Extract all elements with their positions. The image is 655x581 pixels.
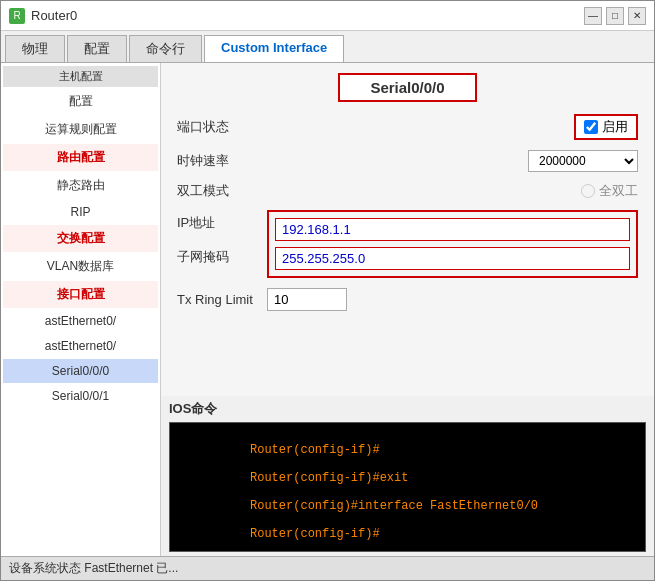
port-status-label: 端口状态 (177, 118, 257, 136)
interface-title-area: Serial0/0/0 (177, 73, 638, 102)
duplex-label: 双工模式 (177, 182, 257, 200)
sidebar-item-switch-config[interactable]: 交换配置 (3, 225, 158, 252)
tx-ring-input[interactable] (267, 288, 347, 311)
app-icon: R (9, 8, 25, 24)
sidebar-item-fastethernet0[interactable]: astEthernet0/ (3, 309, 158, 333)
tab-bar: 物理 配置 命令行 Custom Interface (1, 31, 654, 63)
ip-label: IP地址 (177, 214, 257, 232)
duplex-radio-label: 全双工 (581, 182, 638, 200)
duplex-value: 全双工 (267, 182, 638, 200)
sidebar-item-static-route[interactable]: 静态路由 (3, 172, 158, 199)
port-status-value: 启用 (267, 114, 638, 140)
window-title: Router0 (31, 8, 77, 23)
port-status-text: 启用 (602, 118, 628, 136)
tx-ring-row: Tx Ring Limit (177, 288, 638, 311)
ios-section: IOS命令 Router(config-if)# Router(config-i… (161, 396, 654, 556)
sidebar-item-interface-config[interactable]: 接口配置 (3, 281, 158, 308)
sidebar-item-calc-rules[interactable]: 运算规则配置 (3, 116, 158, 143)
duplex-row: 双工模式 全双工 (177, 182, 638, 200)
subnet-input[interactable] (275, 247, 630, 270)
main-content: 主机配置 配置 运算规则配置 路由配置 静态路由 RIP 交换配置 VLAN数据… (1, 63, 654, 556)
ios-section-label: IOS命令 (169, 400, 646, 418)
sidebar-item-host-config[interactable]: 主机配置 (3, 66, 158, 87)
clock-rate-value: 2000000 (267, 150, 638, 172)
title-bar-left: R Router0 (9, 8, 77, 24)
tab-physics[interactable]: 物理 (5, 35, 65, 62)
duplex-radio (581, 184, 595, 198)
ios-line-1: Router(config-if)#exit (250, 471, 408, 485)
status-bar: 设备系统状态 FastEthernet 已... (1, 556, 654, 580)
tx-ring-label: Tx Ring Limit (177, 292, 257, 307)
title-controls: — □ ✕ (584, 7, 646, 25)
main-window: R Router0 — □ ✕ 物理 配置 命令行 Custom Interfa… (0, 0, 655, 581)
sidebar-item-routing[interactable]: 路由配置 (3, 144, 158, 171)
status-text: 设备系统状态 FastEthernet 已... (9, 560, 178, 577)
subnet-label: 子网掩码 (177, 248, 257, 266)
port-status-checkbox[interactable] (584, 120, 598, 134)
ios-line-3: Router(config-if)# (250, 527, 380, 541)
tx-ring-value (267, 288, 638, 311)
clock-rate-label: 时钟速率 (177, 152, 257, 170)
port-status-checkbox-label[interactable]: 启用 (574, 114, 638, 140)
clock-rate-row: 时钟速率 2000000 (177, 150, 638, 172)
ios-line-0: Router(config-if)# (250, 443, 380, 457)
minimize-button[interactable]: — (584, 7, 602, 25)
sidebar-item-serial000[interactable]: Serial0/0/0 (3, 359, 158, 383)
tab-custom-interface[interactable]: Custom Interface (204, 35, 344, 62)
interface-title-text: Serial0/0/0 (370, 79, 444, 96)
sidebar-item-vlan[interactable]: VLAN数据库 (3, 253, 158, 280)
title-bar: R Router0 — □ ✕ (1, 1, 654, 31)
close-button[interactable]: ✕ (628, 7, 646, 25)
ip-input[interactable] (275, 218, 630, 241)
port-status-row: 端口状态 启用 (177, 114, 638, 140)
ios-console[interactable]: Router(config-if)# Router(config-if)#exi… (169, 422, 646, 552)
sidebar: 主机配置 配置 运算规则配置 路由配置 静态路由 RIP 交换配置 VLAN数据… (1, 63, 161, 556)
maximize-button[interactable]: □ (606, 7, 624, 25)
sidebar-item-rip[interactable]: RIP (3, 200, 158, 224)
right-panel: Serial0/0/0 端口状态 启用 时钟速率 (161, 63, 654, 396)
interface-title-box: Serial0/0/0 (338, 73, 476, 102)
sidebar-item-serial001[interactable]: Serial0/0/1 (3, 384, 158, 408)
duplex-text: 全双工 (599, 182, 638, 200)
sidebar-item-config[interactable]: 配置 (3, 88, 158, 115)
clock-rate-select[interactable]: 2000000 (528, 150, 638, 172)
tab-config[interactable]: 配置 (67, 35, 127, 62)
ios-line-2: Router(config)#interface FastEthernet0/0 (250, 499, 538, 513)
sidebar-item-fastethernet1[interactable]: astEthernet0/ (3, 334, 158, 358)
tab-cli[interactable]: 命令行 (129, 35, 202, 62)
